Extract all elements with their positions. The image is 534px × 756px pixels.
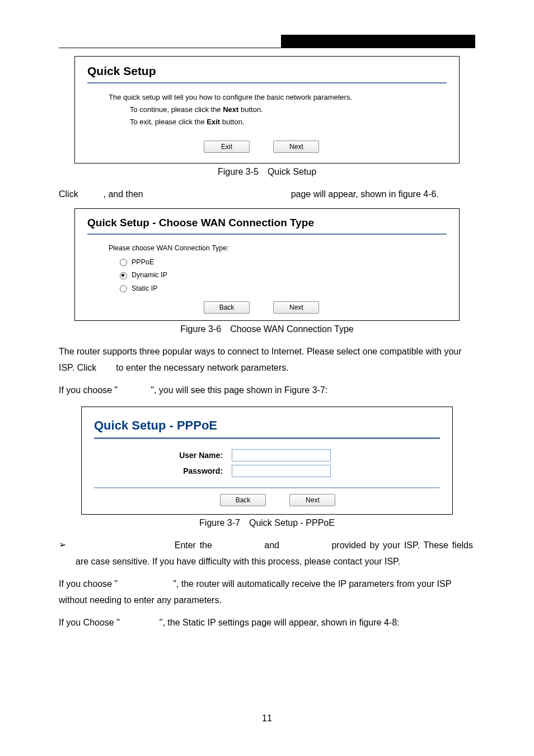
radio-icon (120, 285, 127, 292)
divider (87, 82, 447, 83)
label-password: Password: (94, 466, 232, 475)
figure-3-6-panel: Quick Setup - Choose WAN Connection Type… (74, 208, 460, 321)
panel-a-line2: To continue, please click the Next butto… (87, 104, 447, 116)
bullet-text: Enter the and provided by your ISP. Thes… (76, 537, 473, 570)
divider (87, 234, 447, 235)
page-number: 11 (59, 713, 475, 724)
radio-icon (120, 272, 127, 279)
paragraph-3: If you choose " ", you will see this pag… (59, 382, 475, 399)
radio-label: PPPoE (132, 256, 154, 268)
text: , and then (104, 189, 146, 199)
figure-3-5-panel: Quick Setup The quick setup will tell yo… (74, 56, 460, 164)
paragraph-2: The router supports three popular ways t… (59, 343, 475, 376)
divider (94, 487, 440, 488)
text: If you choose " (59, 579, 120, 589)
text: to enter the necessary network parameter… (116, 363, 289, 372)
text: button. (220, 118, 244, 126)
text: Click (59, 189, 81, 199)
bullet-icon: ➢ (59, 537, 76, 553)
radio-label: Dynamic IP (132, 269, 167, 281)
next-button[interactable]: Next (273, 141, 319, 153)
radio-pppoe[interactable]: PPPoE (120, 256, 447, 268)
paragraph-4: If you choose " ", the router will autom… (59, 576, 475, 609)
paragraph-1: Click , and then page will appear, shown… (59, 186, 475, 203)
bold-next: Next (223, 105, 238, 114)
exit-button[interactable]: Exit (204, 141, 250, 153)
next-button[interactable]: Next (273, 301, 319, 314)
radio-dynamic-ip[interactable]: Dynamic IP (120, 269, 447, 281)
username-input[interactable] (232, 449, 331, 461)
back-button[interactable]: Back (220, 494, 266, 506)
text: If you choose " (59, 385, 120, 395)
panel-a-line3: To exit, please click the Exit button. (87, 116, 447, 128)
panel-a-title: Quick Setup (87, 64, 447, 78)
divider (94, 437, 440, 439)
header-black-banner (281, 35, 475, 48)
label-username: User Name: (94, 451, 232, 460)
figure-3-7-panel: Quick Setup - PPPoE User Name: Password:… (81, 407, 453, 515)
bullet-account-password: ➢ Enter the and provided by your ISP. Th… (59, 537, 475, 570)
bold-exit: Exit (207, 118, 220, 126)
text: ", the Static IP settings page will appe… (160, 618, 400, 627)
text: Enter the (175, 540, 216, 550)
panel-c-title: Quick Setup - PPPoE (94, 418, 440, 433)
figure-3-6-caption: Figure 3-6 Choose WAN Connection Type (59, 324, 475, 334)
figure-3-5-caption: Figure 3-5 Quick Setup (59, 167, 475, 177)
text: To exit, please click the (130, 118, 207, 126)
panel-a-line1: The quick setup will tell you how to con… (87, 91, 447, 104)
text: ", you will see this page shown in Figur… (151, 385, 327, 395)
next-button[interactable]: Next (289, 494, 335, 506)
radio-label: Static IP (132, 283, 158, 295)
text: and (264, 540, 283, 550)
header-rule (59, 48, 475, 48)
back-button[interactable]: Back (204, 301, 250, 314)
panel-b-prompt: Please choose WAN Connection Type: (87, 242, 447, 254)
text: If you Choose " (59, 618, 122, 627)
radio-icon (120, 259, 127, 266)
text: page will appear, shown in figure 4-6. (291, 189, 439, 199)
password-input[interactable] (232, 465, 331, 477)
figure-3-7-caption: Figure 3-7 Quick Setup - PPPoE (59, 518, 475, 528)
text: To continue, please click the (130, 105, 223, 114)
text: button. (238, 105, 263, 114)
radio-static-ip[interactable]: Static IP (120, 283, 447, 295)
paragraph-5: If you Choose " ", the Static IP setting… (59, 614, 475, 631)
panel-b-title: Quick Setup - Choose WAN Connection Type (87, 217, 447, 229)
